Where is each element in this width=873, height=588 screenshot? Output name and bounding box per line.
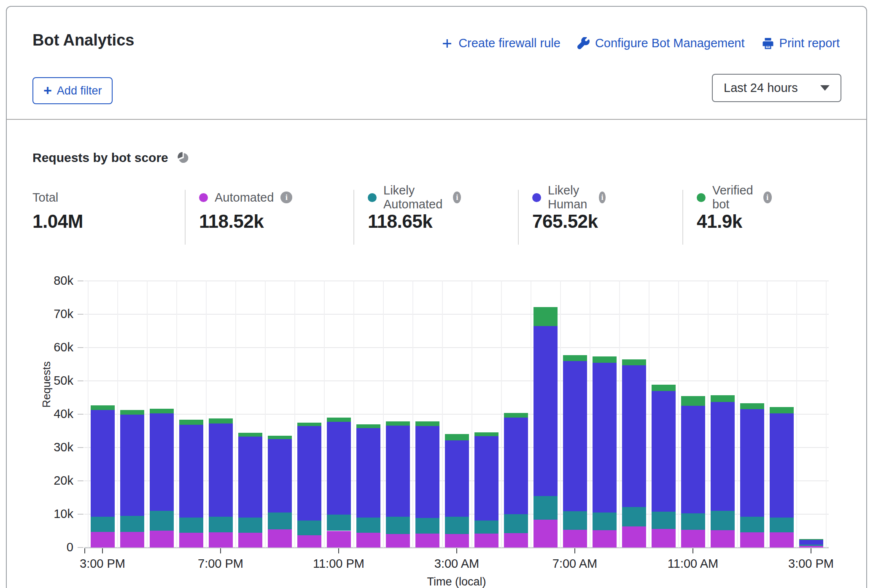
bar-segment-verified-bot (563, 355, 587, 361)
gridline-vertical (560, 281, 561, 548)
bar-segment-likely-human (91, 410, 115, 517)
x-tick-mark (456, 548, 457, 553)
bar-segment-likely-automated (91, 517, 115, 532)
bar-segment-likely-automated (652, 512, 676, 529)
x-tick-label: 11:00 AM (657, 557, 729, 571)
bar-segment-verified-bot (740, 403, 764, 409)
bar-segment-automated (652, 529, 676, 548)
bar-segment-likely-automated (445, 517, 469, 534)
bar-segment-likely-human (740, 409, 764, 516)
gridline-vertical (383, 281, 384, 548)
bar-segment-likely-human (711, 402, 735, 511)
gridline-vertical (176, 281, 177, 548)
x-tick-mark (574, 548, 575, 553)
bar-segment-likely-human (474, 436, 498, 521)
bar-segment-verified-bot (386, 421, 410, 425)
gridline-vertical (501, 281, 502, 548)
gridline-vertical (324, 281, 325, 548)
bar-segment-likely-automated (415, 518, 439, 533)
x-tick-mark (338, 548, 339, 553)
bar-segment-automated (386, 534, 410, 548)
bar-segment-likely-human (799, 540, 823, 545)
gridline-vertical (767, 281, 768, 548)
gridline-vertical (265, 281, 266, 548)
gridline-vertical (442, 281, 443, 548)
bar-segment-automated (179, 533, 203, 548)
gridline-horizontal (84, 347, 829, 348)
bar-segment-verified-bot (445, 434, 469, 440)
bar-segment-likely-automated (681, 513, 705, 530)
x-tick-mark (220, 548, 221, 553)
gridline-vertical (472, 281, 472, 548)
bar-segment-automated (209, 532, 233, 548)
y-tick-label: 0 (23, 540, 73, 554)
gridline-vertical (796, 281, 797, 548)
bar-segment-verified-bot (327, 418, 351, 422)
gridline-vertical (294, 281, 295, 548)
y-tick-label: 20k (23, 474, 73, 488)
bar-segment-automated (120, 532, 144, 548)
y-tick-label: 30k (23, 440, 73, 454)
bar-segment-automated (593, 530, 617, 548)
bar-segment-automated (415, 534, 439, 548)
y-tick-mark (78, 347, 84, 348)
bar-segment-verified-bot (150, 409, 174, 414)
gridline-vertical (117, 281, 118, 548)
bar-segment-automated (445, 534, 469, 548)
gridline-vertical (737, 281, 738, 548)
bar-segment-verified-bot (534, 307, 558, 326)
gridline-vertical (708, 281, 709, 548)
gridline-horizontal (84, 380, 829, 381)
requests-chart: 010k20k30k40k50k60k70k80k3:00 PM7:00 PM1… (7, 7, 873, 588)
y-tick-mark (78, 414, 84, 415)
gridline-vertical (826, 281, 827, 548)
x-tick-label: 3:00 PM (775, 557, 847, 571)
bar-segment-likely-automated (179, 518, 203, 533)
y-tick-label: 70k (23, 307, 73, 321)
y-tick-mark (78, 281, 84, 281)
gridline-vertical (353, 281, 354, 548)
bar-segment-automated (799, 546, 823, 548)
bar-segment-verified-bot (593, 356, 617, 362)
y-tick-mark (78, 480, 84, 481)
bar-segment-likely-automated (534, 496, 558, 520)
x-axis-title: Time (local) (393, 575, 520, 588)
y-tick-label: 10k (23, 507, 73, 521)
gridline-horizontal (84, 314, 829, 315)
bar-segment-likely-human (179, 425, 203, 518)
gridline-horizontal (84, 281, 829, 281)
bar-segment-automated (504, 533, 528, 548)
y-tick-mark (78, 380, 84, 381)
bar-segment-likely-automated (238, 518, 262, 533)
bar-segment-likely-automated (770, 518, 794, 532)
bar-segment-verified-bot (297, 423, 321, 426)
x-tick-label: 11:00 PM (303, 557, 375, 571)
bar-segment-likely-automated (799, 545, 823, 546)
bar-segment-automated (563, 530, 587, 548)
bar-segment-likely-human (297, 426, 321, 521)
y-tick-mark (78, 514, 84, 515)
bar-segment-likely-automated (622, 507, 646, 526)
bar-segment-automated (327, 531, 351, 548)
bar-segment-verified-bot (238, 433, 262, 437)
bar-segment-likely-human (268, 439, 292, 512)
gridline-vertical (235, 281, 236, 548)
gridline-vertical (649, 281, 649, 548)
bar-segment-likely-human (681, 406, 705, 513)
bar-segment-automated (740, 532, 764, 548)
y-axis-title: Requests (40, 351, 53, 418)
bar-segment-likely-human (356, 428, 380, 518)
bar-segment-automated (297, 535, 321, 548)
bar-segment-likely-automated (711, 511, 735, 530)
bar-segment-likely-human (652, 391, 676, 512)
bot-analytics-card: Bot Analytics Create firewall ruleConfig… (6, 6, 867, 588)
bar-segment-verified-bot (356, 424, 380, 428)
bar-segment-likely-human (120, 415, 144, 516)
x-axis-origin-tick (84, 548, 85, 553)
y-tick-mark (78, 547, 84, 548)
bar-segment-verified-bot (652, 385, 676, 391)
bar-segment-likely-human (386, 426, 410, 517)
bar-segment-automated (711, 530, 735, 548)
bar-segment-verified-bot (91, 405, 115, 410)
bar-segment-likely-human (504, 418, 528, 514)
